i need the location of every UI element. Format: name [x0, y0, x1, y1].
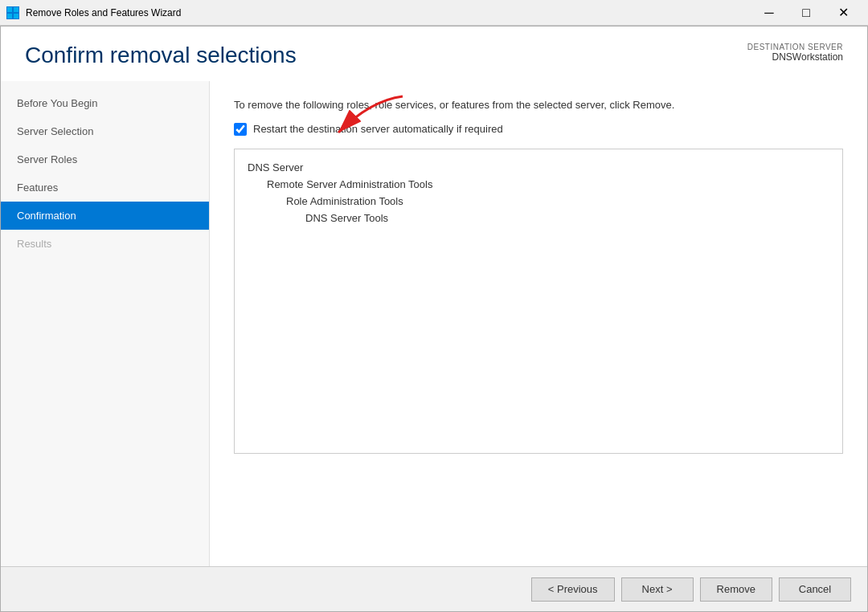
title-bar: Remove Roles and Features Wizard ─ □ ✕: [0, 0, 868, 26]
instruction-text: To remove the following roles, role serv…: [234, 97, 843, 113]
feature-list-item: DNS Server Tools: [248, 210, 829, 226]
feature-list-item: Remote Server Administration Tools: [248, 176, 829, 193]
feature-list-item: Role Administration Tools: [248, 193, 829, 210]
svg-rect-1: [14, 7, 18, 12]
features-list-box: DNS ServerRemote Server Administration T…: [234, 149, 843, 454]
next-button[interactable]: Next >: [621, 577, 694, 602]
wizard-content: To remove the following roles, role serv…: [210, 81, 867, 566]
cancel-button[interactable]: Cancel: [779, 577, 851, 602]
restart-checkbox-label[interactable]: Restart the destination server automatic…: [253, 123, 503, 135]
main-window: Confirm removal selections DESTINATION S…: [0, 26, 868, 612]
wizard-body: Before You Begin Server Selection Server…: [1, 81, 867, 566]
window-controls: ─ □ ✕: [751, 0, 862, 26]
destination-server-label: DESTINATION SERVER: [747, 43, 843, 51]
wizard-header: Confirm removal selections DESTINATION S…: [1, 27, 867, 81]
maximize-button[interactable]: □: [788, 0, 825, 26]
sidebar-item-server-roles[interactable]: Server Roles: [1, 145, 209, 173]
previous-button[interactable]: < Previous: [531, 577, 615, 602]
destination-server-info: DESTINATION SERVER DNSWorkstation: [747, 43, 843, 63]
sidebar-item-confirmation[interactable]: Confirmation: [1, 202, 209, 230]
wizard-footer: < Previous Next > Remove Cancel: [1, 566, 867, 611]
sidebar-item-features[interactable]: Features: [1, 173, 209, 202]
svg-rect-0: [7, 7, 12, 12]
minimize-button[interactable]: ─: [751, 0, 788, 26]
destination-server-name: DNSWorkstation: [747, 51, 843, 63]
sidebar-item-before-you-begin[interactable]: Before You Begin: [1, 89, 209, 117]
wizard-sidebar: Before You Begin Server Selection Server…: [1, 81, 210, 566]
svg-rect-2: [7, 14, 12, 18]
sidebar-item-results: Results: [1, 230, 209, 258]
page-title: Confirm removal selections: [25, 43, 297, 68]
app-icon: [6, 6, 19, 19]
svg-rect-3: [14, 14, 18, 18]
remove-button[interactable]: Remove: [700, 577, 772, 602]
restart-checkbox[interactable]: [234, 123, 247, 136]
feature-list-item: DNS Server: [248, 159, 829, 176]
sidebar-item-server-selection[interactable]: Server Selection: [1, 117, 209, 145]
window-title: Remove Roles and Features Wizard: [26, 7, 751, 18]
close-button[interactable]: ✕: [825, 0, 862, 26]
restart-checkbox-row: Restart the destination server automatic…: [234, 123, 843, 136]
